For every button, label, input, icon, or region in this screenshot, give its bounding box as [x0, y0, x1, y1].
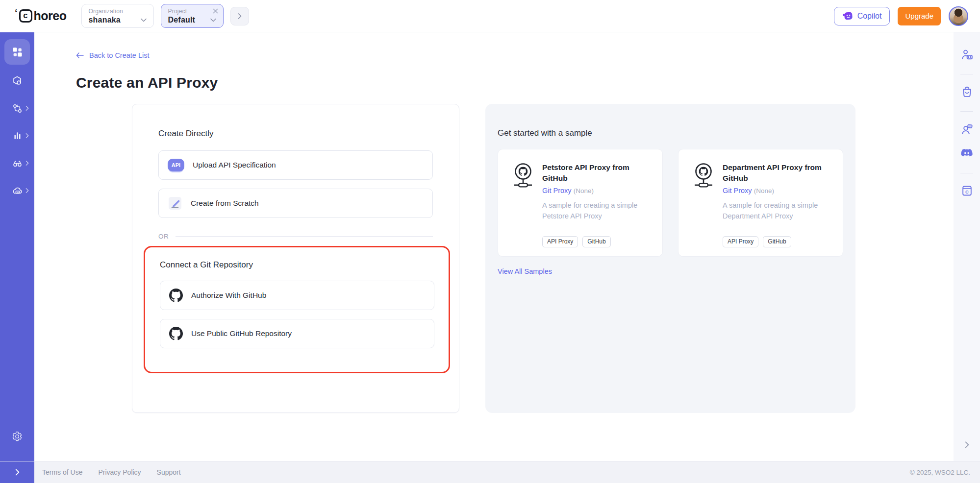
- sidebar-item-workflows[interactable]: [0, 95, 34, 122]
- github-icon: [169, 289, 183, 302]
- sample-type-suffix: (None): [574, 187, 594, 194]
- logo-curl-icon: ‘: [15, 7, 18, 19]
- sample-card-petstore[interactable]: Petstore API Proxy from GitHub Git Proxy…: [498, 149, 663, 257]
- cloud-icon: [12, 185, 23, 196]
- logo-c-icon: c: [19, 9, 32, 23]
- tag-chip: API Proxy: [723, 236, 758, 247]
- samples-panel-title: Get started with a sample: [498, 128, 843, 138]
- support-link[interactable]: Support: [157, 468, 181, 476]
- upload-api-spec-label: Upload API Specification: [193, 161, 276, 169]
- chevron-right-icon: [25, 161, 29, 166]
- sample-type-suffix: (None): [754, 187, 774, 194]
- project-label: Project: [168, 8, 216, 15]
- upload-api-spec-button[interactable]: API Upload API Specification: [158, 150, 433, 180]
- bar-chart-icon: [12, 130, 23, 142]
- component-hexagon-icon: [11, 75, 23, 87]
- discord-icon: [960, 146, 974, 160]
- or-label: OR: [158, 233, 169, 240]
- marketplace-bag-icon: [960, 85, 974, 98]
- api-badge-icon: API: [168, 159, 184, 171]
- connect-git-repository-section: Connect a Git Repository Authorize With …: [144, 246, 450, 373]
- gear-icon: [12, 431, 23, 442]
- sidebar-divider: [960, 111, 973, 112]
- terms-of-use-link[interactable]: Terms of Use: [42, 468, 82, 476]
- samples-panel: Get started with a sample: [485, 104, 855, 413]
- sample-card-department[interactable]: Department API Proxy from GitHub Git Pro…: [678, 149, 843, 257]
- component-selector-next-button[interactable]: [230, 7, 249, 25]
- back-to-create-list-link[interactable]: Back to Create List: [76, 51, 150, 59]
- project-value: Default: [168, 16, 196, 24]
- main-content: Back to Create List Create an API Proxy …: [34, 32, 954, 461]
- chevron-right-icon: [15, 469, 20, 476]
- view-all-samples-link[interactable]: View All Samples: [498, 267, 552, 275]
- sidebar-item-marketplace[interactable]: [960, 85, 974, 98]
- choreo-logo: ‘ c horeo: [15, 9, 67, 23]
- chevron-right-icon: [25, 133, 29, 139]
- create-from-scratch-label: Create from Scratch: [191, 199, 259, 208]
- copyright-text: © 2025, WSO2 LLC.: [910, 469, 970, 476]
- pencil-icon: [168, 196, 182, 211]
- logo-wordmark: horeo: [34, 9, 67, 23]
- right-sidebar: C: [954, 32, 980, 461]
- connect-git-title: Connect a Git Repository: [160, 260, 449, 270]
- sidebar-item-docs[interactable]: C: [960, 184, 974, 197]
- sidebar-item-feedback[interactable]: [960, 122, 974, 136]
- git-proxy-sample-icon: [512, 162, 534, 247]
- sidebar-divider: [960, 173, 973, 173]
- github-icon: [169, 327, 183, 340]
- sidebar-expand-button[interactable]: [0, 461, 34, 483]
- tag-chip: API Proxy: [542, 236, 578, 247]
- sidebar-divider: [960, 74, 973, 74]
- upgrade-button[interactable]: Upgrade: [898, 7, 941, 25]
- choreo-docs-icon: C: [960, 184, 974, 197]
- workflow-icon: [12, 103, 23, 114]
- authorize-with-github-label: Authorize With GitHub: [191, 291, 266, 300]
- sidebar-item-explore[interactable]: [0, 149, 34, 177]
- dashboard-grid-icon: [11, 46, 23, 58]
- app-footer: Terms of Use Privacy Policy Support © 20…: [0, 461, 980, 483]
- sample-type-link[interactable]: Git Proxy: [542, 187, 572, 194]
- chevron-right-icon: [965, 441, 969, 448]
- use-public-github-repo-label: Use Public GitHub Repository: [191, 329, 292, 338]
- right-sidebar-collapse-button[interactable]: [954, 441, 980, 448]
- copilot-button-label: Copilot: [857, 12, 882, 21]
- choreo-console: ‘ c horeo Organization shanaka Project D…: [0, 0, 980, 483]
- arrow-left-icon: [76, 52, 84, 58]
- chevron-down-icon: [210, 18, 216, 22]
- create-from-scratch-button[interactable]: Create from Scratch: [158, 189, 433, 218]
- use-public-github-repo-button[interactable]: Use Public GitHub Repository: [160, 319, 434, 348]
- sidebar-item-overview[interactable]: [0, 37, 34, 67]
- sidebar-item-settings[interactable]: [0, 423, 34, 450]
- project-clear-icon[interactable]: [213, 8, 218, 14]
- sidebar-item-discord[interactable]: [960, 146, 974, 160]
- sample-description: A sample for creating a simple Petstore …: [542, 200, 653, 222]
- create-directly-title: Create Directly: [158, 129, 459, 139]
- copilot-button[interactable]: Copilot: [834, 7, 890, 25]
- create-directly-panel: Create Directly API Upload API Specifica…: [132, 104, 459, 413]
- developer-portal-icon: [960, 48, 974, 61]
- organization-value: shanaka: [89, 16, 121, 24]
- binoculars-icon: [12, 158, 23, 169]
- chevron-right-icon: [25, 106, 29, 111]
- sample-title: Petstore API Proxy from GitHub: [542, 162, 653, 184]
- sample-title: Department API Proxy from GitHub: [723, 162, 833, 184]
- tag-chip: GitHub: [582, 236, 610, 247]
- sidebar-item-components[interactable]: [0, 67, 34, 95]
- sidebar-item-cloud[interactable]: [0, 177, 34, 204]
- tag-chip: GitHub: [763, 236, 791, 247]
- sample-description: A sample for creating a simple Departmen…: [723, 200, 833, 222]
- feedback-person-icon: [960, 122, 974, 136]
- sample-type-link[interactable]: Git Proxy: [723, 187, 752, 194]
- chevron-right-icon: [25, 188, 29, 193]
- sidebar-item-insights[interactable]: [0, 122, 34, 149]
- user-avatar[interactable]: [949, 6, 968, 26]
- authorize-with-github-button[interactable]: Authorize With GitHub: [160, 281, 434, 310]
- organization-selector[interactable]: Organization shanaka: [81, 4, 154, 28]
- privacy-policy-link[interactable]: Privacy Policy: [98, 468, 141, 476]
- sidebar-item-developer-portal[interactable]: [960, 48, 974, 61]
- page-title: Create an API Proxy: [76, 74, 954, 91]
- git-proxy-sample-icon: [692, 162, 715, 247]
- project-selector[interactable]: Project Default: [161, 4, 224, 28]
- app-header: ‘ c horeo Organization shanaka Project D…: [0, 0, 980, 32]
- copilot-icon: [842, 11, 853, 21]
